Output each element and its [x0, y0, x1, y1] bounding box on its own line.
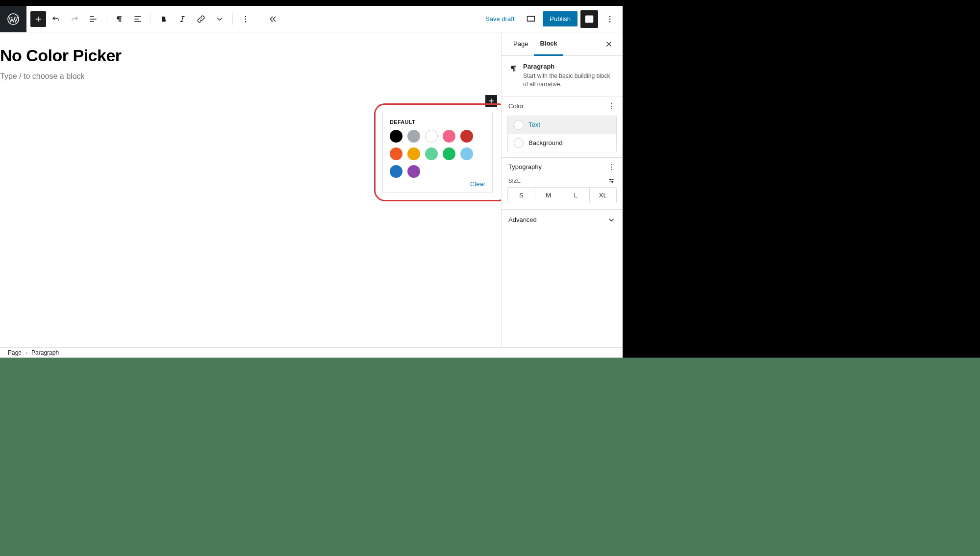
document-overview-button[interactable] — [84, 10, 102, 28]
svg-point-2 — [245, 18, 246, 19]
more-formatting-button[interactable] — [211, 10, 228, 28]
typography-options-icon[interactable] — [607, 163, 616, 171]
color-swatch[interactable] — [443, 147, 455, 160]
breadcrumb-root[interactable]: Page — [8, 349, 22, 356]
color-section: Color Text Background — [502, 97, 623, 152]
svg-point-8 — [609, 21, 610, 22]
settings-sidebar: Page Block Paragraph Start with the basi… — [501, 32, 623, 347]
color-swatch[interactable] — [460, 130, 473, 143]
tab-page[interactable]: Page — [507, 32, 534, 56]
svg-point-9 — [611, 103, 612, 104]
svg-point-1 — [245, 16, 246, 17]
clear-color-button[interactable]: Clear — [470, 180, 485, 188]
svg-point-10 — [611, 106, 612, 107]
size-settings-icon[interactable] — [607, 177, 616, 184]
size-m-button[interactable]: M — [535, 188, 562, 203]
svg-point-13 — [611, 167, 612, 168]
svg-point-6 — [609, 16, 610, 17]
wp-logo[interactable] — [0, 6, 26, 32]
svg-rect-4 — [528, 16, 535, 21]
advanced-label: Advanced — [508, 216, 537, 223]
block-placeholder[interactable]: Type / to choose a block — [0, 71, 501, 82]
size-s-button[interactable]: S — [508, 188, 535, 203]
color-preview-icon — [514, 138, 524, 148]
svg-point-16 — [612, 181, 613, 182]
block-name: Paragraph — [523, 63, 616, 70]
paragraph-block-icon[interactable] — [110, 10, 128, 28]
block-desc-text: Start with the basic building block of a… — [523, 72, 616, 89]
color-picker-popover: DEFAULT Clear — [382, 112, 493, 193]
more-menu-button[interactable] — [601, 10, 619, 28]
palette-label: DEFAULT — [390, 119, 485, 125]
align-button[interactable] — [129, 10, 147, 28]
breadcrumb-leaf[interactable]: Paragraph — [31, 349, 59, 356]
svg-point-7 — [609, 18, 610, 19]
svg-point-11 — [611, 108, 612, 109]
color-options-icon[interactable] — [607, 102, 616, 111]
color-swatch[interactable] — [390, 147, 402, 160]
size-l-button[interactable]: L — [562, 188, 589, 203]
text-color-label: Text — [528, 121, 540, 128]
background-color-label: Background — [528, 139, 562, 146]
color-swatch[interactable] — [407, 165, 420, 178]
size-label: SIZE — [508, 178, 521, 184]
color-heading: Color — [508, 102, 524, 110]
italic-button[interactable] — [174, 10, 191, 28]
block-description: Paragraph Start with the basic building … — [502, 56, 623, 97]
bold-button[interactable] — [155, 10, 173, 28]
color-swatch[interactable] — [390, 165, 402, 178]
publish-button[interactable]: Publish — [543, 11, 578, 26]
typography-heading: Typography — [508, 163, 542, 170]
color-swatch[interactable] — [460, 147, 473, 160]
color-swatch[interactable] — [425, 147, 438, 160]
tab-block[interactable]: Block — [534, 32, 563, 56]
color-swatch[interactable] — [407, 147, 420, 160]
svg-point-3 — [245, 21, 246, 22]
text-color-button[interactable]: Text — [508, 116, 616, 134]
sidebar-tabs: Page Block — [502, 32, 623, 56]
page-title[interactable]: No Color Picker — [0, 32, 501, 71]
advanced-section-toggle[interactable]: Advanced — [502, 209, 623, 230]
color-swatch[interactable] — [443, 130, 455, 143]
svg-point-14 — [611, 169, 612, 170]
svg-point-15 — [610, 179, 611, 180]
color-swatch[interactable] — [407, 130, 420, 143]
background-color-button[interactable]: Background — [508, 134, 616, 152]
editor-canvas[interactable]: No Color Picker Type / to choose a block… — [0, 32, 501, 347]
svg-point-12 — [611, 164, 612, 165]
redo-button[interactable] — [66, 10, 83, 28]
color-preview-icon — [514, 120, 524, 130]
options-button[interactable] — [237, 10, 254, 28]
svg-rect-5 — [586, 16, 593, 22]
breadcrumb: Page › Paragraph — [0, 347, 623, 358]
save-draft-button[interactable]: Save draft — [480, 12, 519, 25]
chevron-right-icon: › — [25, 349, 27, 356]
color-swatch-grid — [390, 130, 485, 178]
close-sidebar-button[interactable] — [605, 38, 617, 50]
color-swatch[interactable] — [425, 130, 438, 143]
link-button[interactable] — [192, 10, 210, 28]
preview-button[interactable] — [522, 10, 540, 28]
settings-toggle[interactable] — [580, 10, 598, 28]
editor-toolbar: Save draft Publish — [26, 6, 623, 32]
color-swatch[interactable] — [390, 130, 402, 143]
collapse-toolbar-button[interactable] — [264, 10, 282, 28]
undo-button[interactable] — [47, 10, 65, 28]
add-block-button[interactable] — [30, 11, 46, 27]
font-size-buttons: S M L XL — [507, 187, 617, 203]
size-xl-button[interactable]: XL — [589, 188, 617, 203]
annotation-highlight: DEFAULT Clear — [374, 103, 501, 201]
typography-section: Typography SIZE S M L XL — [502, 157, 623, 203]
